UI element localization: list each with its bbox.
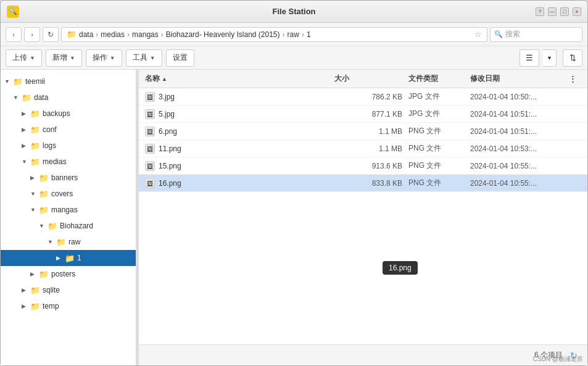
path-part-4[interactable]: raw xyxy=(288,30,299,39)
sidebar-item-banners[interactable]: ▶ 📁 banners xyxy=(1,170,136,186)
maximize-button[interactable]: □ xyxy=(560,7,569,16)
sidebar-item-conf[interactable]: ▶ 📁 conf xyxy=(1,122,136,138)
file-size: 1.1 MB xyxy=(334,127,408,136)
new-button[interactable]: 新增 ▼ xyxy=(46,49,82,67)
path-part-2[interactable]: mangas xyxy=(132,30,159,39)
sidebar-item-sqlite[interactable]: ▶ 📁 sqlite xyxy=(1,282,136,298)
sidebar-item-data[interactable]: ▼ 📁 data xyxy=(1,89,136,106)
folder-icon: 📁 xyxy=(65,254,75,263)
expand-arrow-icon: ▼ xyxy=(39,223,48,229)
file-name-cell: 5.jpg xyxy=(145,109,334,119)
folder-icon: 📁 xyxy=(39,189,49,199)
table-row[interactable]: 3.jpg 786.2 KB JPG 文件 2024-01-04 10:50:.… xyxy=(139,88,587,106)
forward-button[interactable]: › xyxy=(24,27,40,42)
search-icon: 🔍 xyxy=(494,30,503,38)
sidebar-item-teemii[interactable]: ▼ 📁 teemii xyxy=(1,73,136,89)
expand-arrow-icon: ▶ xyxy=(30,271,39,277)
path-part-5[interactable]: 1 xyxy=(307,30,311,39)
file-size: 1.1 MB xyxy=(334,144,408,153)
file-name-cell: 11.png xyxy=(145,144,334,154)
view-dropdown-button[interactable]: ▼ xyxy=(543,49,557,67)
col-header-more[interactable]: ⋮ xyxy=(569,74,581,83)
action-button[interactable]: 操作 ▼ xyxy=(86,49,122,67)
file-name: 16.png xyxy=(159,179,181,188)
expand-arrow-icon: ▶ xyxy=(22,110,30,117)
sidebar-item-backups[interactable]: ▶ 📁 backups xyxy=(1,106,136,122)
close-button[interactable]: × xyxy=(573,7,581,16)
address-path[interactable]: 📁 data › medias › mangas › Biohazard- He… xyxy=(61,27,487,42)
file-type: JPG 文件 xyxy=(408,109,470,119)
titlebar: 🔍 File Station ? — □ × xyxy=(1,1,587,23)
col-header-type[interactable]: 文件类型 xyxy=(408,73,470,84)
table-row[interactable]: 15.png 913.6 KB PNG 文件 2024-01-04 10:55:… xyxy=(139,157,587,175)
sidebar-item-label: logs xyxy=(43,141,56,150)
sidebar-item-mangas[interactable]: ▼ 📁 mangas xyxy=(1,202,136,218)
sidebar-item-1[interactable]: ▶ 📁 1 xyxy=(1,250,136,266)
sidebar-item-label: covers xyxy=(51,189,73,198)
sidebar-item-temp[interactable]: ▶ 📁 temp xyxy=(1,298,136,314)
new-arrow-icon: ▼ xyxy=(70,55,75,61)
file-date: 2024-01-04 10:50:... xyxy=(470,93,569,101)
upload-button[interactable]: 上传 ▼ xyxy=(6,49,42,67)
sidebar-item-label: teemii xyxy=(25,77,45,86)
path-part-0[interactable]: data xyxy=(79,30,93,39)
col-header-size[interactable]: 大小 xyxy=(334,73,408,84)
folder-icon: 📁 xyxy=(30,125,40,135)
sidebar-item-biohazard[interactable]: ▼ 📁 Biohazard xyxy=(1,218,136,234)
col-header-modified[interactable]: 修改日期 xyxy=(470,73,569,84)
tools-label: 工具 xyxy=(133,52,147,63)
search-box[interactable]: 🔍 搜索 xyxy=(490,27,582,42)
main-content: ▼ 📁 teemii ▼ 📁 data ▶ 📁 backups ▶ 📁 conf xyxy=(1,70,587,365)
table-row[interactable]: 5.jpg 877.1 KB JPG 文件 2024-01-04 10:51:.… xyxy=(139,106,587,123)
file-list-body: 3.jpg 786.2 KB JPG 文件 2024-01-04 10:50:.… xyxy=(139,88,587,344)
file-size: 913.6 KB xyxy=(334,162,408,170)
back-button[interactable]: ‹ xyxy=(6,27,22,42)
sidebar-item-logs[interactable]: ▶ 📁 logs xyxy=(1,138,136,154)
sidebar-item-posters[interactable]: ▶ 📁 posters xyxy=(1,266,136,282)
expand-arrow-icon: ▶ xyxy=(22,127,30,133)
sidebar-item-covers[interactable]: ▼ 📁 covers xyxy=(1,186,136,202)
file-date: 2024-01-04 10:51:... xyxy=(470,127,569,136)
sidebar-item-label: mangas xyxy=(51,206,78,214)
file-type: PNG 文件 xyxy=(408,160,470,171)
col-header-name[interactable]: 名称 ▲ xyxy=(145,73,334,84)
file-size: 877.1 KB xyxy=(334,110,408,119)
action-toolbar: 上传 ▼ 新增 ▼ 操作 ▼ 工具 ▼ 设置 ☰ ▼ ⇅ xyxy=(1,46,587,70)
expand-arrow-icon: ▼ xyxy=(13,94,22,101)
file-icon xyxy=(145,92,155,102)
settings-button[interactable]: 设置 xyxy=(166,49,194,67)
file-name: 11.png xyxy=(159,144,181,153)
folder-icon: 📁 xyxy=(67,30,77,39)
path-part-1[interactable]: medias xyxy=(101,30,125,39)
folder-icon: 📁 xyxy=(30,109,40,119)
file-size: 786.2 KB xyxy=(334,93,408,101)
file-date: 2024-01-04 10:55:... xyxy=(470,179,569,188)
sidebar-item-medias[interactable]: ▼ 📁 medias xyxy=(1,154,136,170)
footer-refresh-button[interactable]: ↻ xyxy=(568,349,580,362)
sort-button[interactable]: ⇅ xyxy=(563,49,582,67)
help-button[interactable]: ? xyxy=(536,7,544,16)
sidebar-item-raw[interactable]: ▼ 📁 raw xyxy=(1,234,136,250)
tools-button[interactable]: 工具 ▼ xyxy=(126,49,162,67)
refresh-button[interactable]: ↻ xyxy=(43,27,59,42)
upload-arrow-icon: ▼ xyxy=(30,55,35,61)
file-date: 2024-01-04 10:53:... xyxy=(470,144,569,153)
file-date: 2024-01-04 10:55:... xyxy=(470,162,569,170)
sort-asc-icon: ▲ xyxy=(162,76,167,82)
sidebar-item-label: 1 xyxy=(77,254,81,262)
minimize-button[interactable]: — xyxy=(548,7,557,16)
file-icon xyxy=(145,109,155,119)
table-row[interactable]: 6.png 1.1 MB PNG 文件 2024-01-04 10:51:... xyxy=(139,123,587,140)
table-row[interactable]: 11.png 1.1 MB PNG 文件 2024-01-04 10:53:..… xyxy=(139,140,587,157)
file-icon xyxy=(145,161,155,171)
path-part-3[interactable]: Biohazard- Heavenly Island (2015) xyxy=(166,30,280,39)
table-row[interactable]: 16.png 833.8 KB PNG 文件 2024-01-04 10:55:… xyxy=(139,175,587,192)
folder-icon: 📁 xyxy=(56,238,66,247)
address-bar: ‹ › ↻ 📁 data › medias › mangas › Biohaza… xyxy=(1,23,587,46)
file-name: 3.jpg xyxy=(159,93,175,101)
sidebar-item-label: posters xyxy=(51,270,75,278)
favorite-star[interactable]: ☆ xyxy=(474,30,482,39)
folder-icon: 📁 xyxy=(30,286,40,295)
file-type: JPG 文件 xyxy=(408,91,470,102)
list-view-button[interactable]: ☰ xyxy=(520,49,539,67)
